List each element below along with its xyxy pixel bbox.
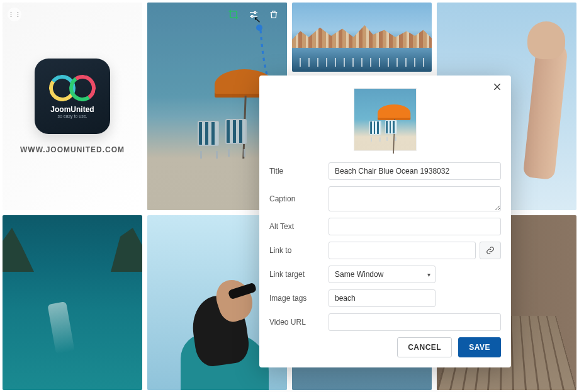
item-toolbar: ↖ <box>227 8 281 21</box>
crop-icon[interactable] <box>227 8 240 21</box>
alt-text-label: Alt Text <box>269 222 322 231</box>
gallery-item-logo[interactable]: ⋮⋮ JoomUnited so easy to use. WWW.JOOMUN… <box>3 3 142 210</box>
link-target-select[interactable] <box>329 266 436 283</box>
alt-text-input[interactable] <box>329 218 501 235</box>
svg-rect-0 <box>230 11 237 18</box>
image-tags-input[interactable] <box>329 289 436 307</box>
image-tags-label: Image tags <box>269 294 322 303</box>
image-thumbnail <box>354 88 417 151</box>
settings-sliders-icon[interactable]: ↖ <box>247 8 261 21</box>
video-url-label: Video URL <box>269 318 322 327</box>
edit-image-modal: Title Caption Alt Text Link to Link targ… <box>259 76 511 367</box>
svg-point-2 <box>251 16 253 18</box>
title-label: Title <box>269 167 322 176</box>
gallery-item-aerial-ocean[interactable] <box>3 215 142 390</box>
link-to-input[interactable] <box>329 242 476 259</box>
delete-icon[interactable] <box>267 8 281 21</box>
link-picker-button[interactable] <box>480 242 501 259</box>
title-input[interactable] <box>329 162 501 180</box>
link-to-label: Link to <box>269 246 322 255</box>
brand-url: WWW.JOOMUNITED.COM <box>20 145 125 154</box>
gallery-item-harbor-town[interactable] <box>292 3 432 72</box>
reorder-handle-icon[interactable]: ⋮⋮ <box>8 8 21 21</box>
close-button[interactable] <box>491 82 503 94</box>
svg-point-1 <box>254 12 256 14</box>
cancel-button[interactable]: CANCEL <box>397 337 452 357</box>
brand-tagline: so easy to use. <box>57 114 87 118</box>
caption-input[interactable] <box>329 186 501 211</box>
save-button[interactable]: SAVE <box>458 337 501 357</box>
caption-label: Caption <box>269 194 322 203</box>
brand-name: JoomUnited <box>50 105 94 114</box>
logo-rings-icon <box>49 75 96 101</box>
link-target-label: Link target <box>269 270 322 279</box>
brand-logo: JoomUnited so easy to use. <box>35 59 110 134</box>
video-url-input[interactable] <box>329 313 501 331</box>
